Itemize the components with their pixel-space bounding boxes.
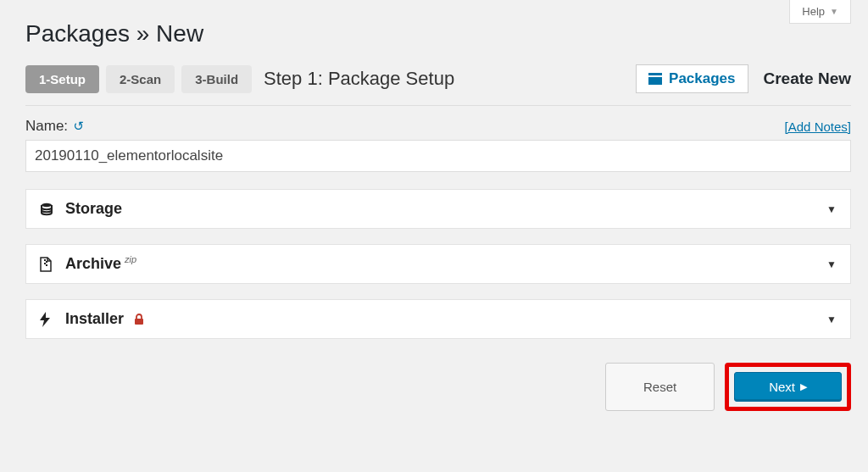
refresh-icon[interactable]: ↻ bbox=[73, 119, 84, 134]
page-title: Packages » New bbox=[0, 0, 868, 64]
chevron-down-icon: ▼ bbox=[826, 314, 837, 325]
step-1-setup-button[interactable]: 1-Setup bbox=[25, 65, 99, 93]
svg-point-0 bbox=[42, 203, 52, 206]
installer-panel[interactable]: Installer ▼ bbox=[25, 299, 851, 339]
packages-button[interactable]: Packages bbox=[636, 64, 748, 93]
packages-label: Packages bbox=[669, 70, 735, 87]
name-label: Name: bbox=[25, 118, 68, 135]
create-new-label: Create New bbox=[764, 69, 852, 88]
storage-panel[interactable]: Storage ▼ bbox=[25, 189, 851, 229]
archive-title: Archive bbox=[65, 255, 121, 273]
file-archive-icon bbox=[40, 257, 57, 272]
toolbar: 1-Setup 2-Scan 3-Build Step 1: Package S… bbox=[25, 64, 851, 106]
storage-title: Storage bbox=[65, 200, 122, 218]
add-notes-link[interactable]: [Add Notes] bbox=[785, 119, 851, 134]
bolt-icon bbox=[40, 312, 57, 327]
step-3-build-button[interactable]: 3-Build bbox=[181, 65, 252, 93]
chevron-down-icon: ▼ bbox=[826, 258, 837, 270]
svg-rect-5 bbox=[135, 319, 143, 325]
next-button-highlight: Next ▶ bbox=[725, 363, 851, 411]
next-button[interactable]: Next ▶ bbox=[734, 372, 842, 402]
help-tab[interactable]: Help ▼ bbox=[789, 0, 851, 24]
packages-icon bbox=[648, 73, 662, 85]
help-label: Help bbox=[802, 5, 825, 18]
lock-icon bbox=[134, 314, 144, 325]
installer-title: Installer bbox=[65, 310, 124, 328]
svg-rect-3 bbox=[44, 263, 46, 264]
next-label: Next bbox=[769, 380, 795, 394]
play-icon: ▶ bbox=[800, 381, 807, 392]
package-name-input[interactable] bbox=[25, 140, 851, 172]
archive-panel[interactable]: Archive zip ▼ bbox=[25, 244, 851, 284]
archive-suffix: zip bbox=[125, 254, 136, 264]
svg-rect-1 bbox=[44, 259, 46, 261]
step-2-scan-button[interactable]: 2-Scan bbox=[106, 65, 175, 93]
chevron-down-icon: ▼ bbox=[826, 203, 837, 215]
chevron-down-icon: ▼ bbox=[830, 7, 838, 16]
reset-button[interactable]: Reset bbox=[605, 363, 715, 411]
svg-rect-4 bbox=[46, 264, 47, 266]
svg-rect-2 bbox=[46, 261, 47, 263]
database-icon bbox=[40, 203, 57, 216]
step-heading: Step 1: Package Setup bbox=[264, 68, 454, 90]
